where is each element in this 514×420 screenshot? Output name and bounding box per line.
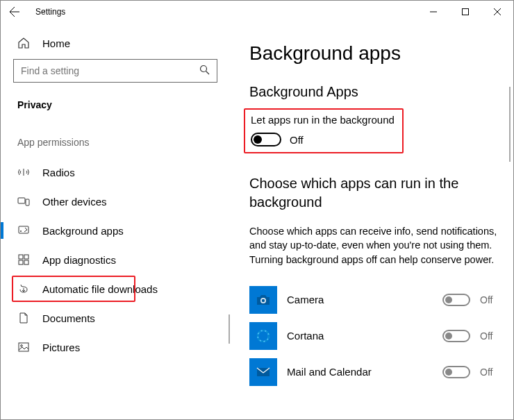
sidebar: Home Privacy App permissions Radios Othe… bbox=[1, 23, 230, 419]
nav-label: Other devices bbox=[42, 196, 107, 208]
sidebar-section-heading: Privacy bbox=[1, 95, 230, 124]
svg-rect-0 bbox=[463, 9, 469, 15]
svg-rect-2 bbox=[18, 198, 25, 203]
svg-point-13 bbox=[262, 299, 265, 302]
toggle-knob bbox=[445, 369, 452, 376]
sidebar-item-home[interactable]: Home bbox=[1, 31, 230, 59]
sidebar-item-app-diagnostics[interactable]: App diagnostics bbox=[1, 245, 230, 274]
minimize-button[interactable] bbox=[417, 1, 449, 23]
app-toggle-state: Off bbox=[480, 294, 499, 305]
documents-icon bbox=[17, 312, 30, 324]
app-name: Mail and Calendar bbox=[287, 366, 433, 378]
search-input[interactable] bbox=[21, 65, 181, 76]
sidebar-item-pictures[interactable]: Pictures bbox=[1, 333, 230, 362]
svg-rect-9 bbox=[24, 260, 28, 264]
svg-point-1 bbox=[201, 66, 207, 72]
app-row-mail-calendar: Mail and Calendar Off bbox=[249, 354, 499, 390]
cortana-app-icon bbox=[249, 322, 277, 350]
page-title: Background apps bbox=[249, 42, 499, 65]
sidebar-section-subheading: App permissions bbox=[1, 124, 230, 158]
radios-icon bbox=[17, 166, 30, 178]
nav-label: Documents bbox=[42, 312, 95, 324]
svg-point-11 bbox=[21, 345, 23, 347]
nav-label: Background apps bbox=[42, 225, 124, 237]
back-button[interactable] bbox=[6, 3, 23, 20]
active-indicator bbox=[1, 222, 3, 239]
subsection-title: Background Apps bbox=[249, 84, 499, 100]
background-apps-icon bbox=[17, 224, 30, 237]
sidebar-item-other-devices[interactable]: Other devices bbox=[1, 187, 230, 216]
choose-heading: Choose which apps can run in the backgro… bbox=[249, 174, 499, 212]
pictures-icon bbox=[17, 341, 30, 353]
svg-point-5 bbox=[20, 230, 22, 232]
close-button[interactable] bbox=[481, 1, 513, 23]
app-title: Settings bbox=[35, 7, 65, 17]
nav-label: App diagnostics bbox=[42, 254, 116, 266]
nav-label: Radios bbox=[42, 167, 75, 178]
app-toggle-state: Off bbox=[480, 367, 499, 378]
svg-point-15 bbox=[258, 330, 269, 342]
app-row-cortana: Cortana Off bbox=[249, 318, 499, 354]
titlebar: Settings bbox=[1, 1, 513, 23]
camera-toggle[interactable] bbox=[442, 294, 470, 306]
close-icon bbox=[494, 8, 501, 15]
svg-rect-3 bbox=[26, 199, 29, 205]
toggle-knob bbox=[254, 135, 262, 144]
app-toggle-state: Off bbox=[480, 330, 499, 342]
app-name: Camera bbox=[287, 294, 433, 305]
description-text: Choose which apps can receive info, send… bbox=[249, 224, 499, 267]
main-scrollbar[interactable] bbox=[509, 87, 511, 162]
main-panel: Background apps Background Apps Let apps… bbox=[230, 23, 513, 419]
search-icon bbox=[199, 65, 210, 77]
sidebar-item-documents[interactable]: Documents bbox=[1, 303, 230, 333]
back-arrow-icon bbox=[9, 6, 20, 17]
svg-rect-8 bbox=[19, 260, 23, 264]
app-diagnostics-icon bbox=[17, 253, 30, 266]
sidebar-item-automatic-file-downloads[interactable]: Automatic file downloads bbox=[1, 274, 230, 303]
nav-label: Pictures bbox=[42, 342, 80, 353]
maximize-icon bbox=[462, 8, 469, 15]
master-toggle[interactable] bbox=[251, 133, 281, 146]
camera-app-icon bbox=[249, 286, 277, 314]
svg-rect-10 bbox=[19, 343, 28, 351]
toggle-knob bbox=[445, 333, 452, 339]
app-row-camera: Camera Off bbox=[249, 282, 499, 318]
toggle-knob bbox=[445, 296, 452, 303]
master-toggle-label: Let apps run in the background bbox=[251, 114, 397, 126]
svg-rect-6 bbox=[19, 255, 23, 259]
window-controls bbox=[417, 1, 513, 23]
app-name: Cortana bbox=[287, 330, 433, 342]
master-toggle-state: Off bbox=[290, 134, 304, 146]
mail-app-icon bbox=[249, 358, 277, 386]
file-downloads-icon bbox=[17, 283, 30, 295]
other-devices-icon bbox=[17, 195, 30, 208]
svg-rect-7 bbox=[24, 255, 28, 259]
cortana-toggle[interactable] bbox=[442, 330, 470, 342]
home-icon bbox=[17, 37, 30, 49]
sidebar-item-radios[interactable]: Radios bbox=[1, 158, 230, 187]
highlight-annotation-toggle: Let apps run in the background Off bbox=[244, 108, 404, 153]
search-box[interactable] bbox=[13, 59, 217, 83]
home-label: Home bbox=[42, 37, 70, 49]
sidebar-item-background-apps[interactable]: Background apps bbox=[1, 216, 230, 245]
maximize-button[interactable] bbox=[449, 1, 481, 23]
mail-toggle[interactable] bbox=[442, 366, 470, 378]
nav-label: Automatic file downloads bbox=[42, 283, 158, 295]
minimize-icon bbox=[430, 8, 437, 15]
